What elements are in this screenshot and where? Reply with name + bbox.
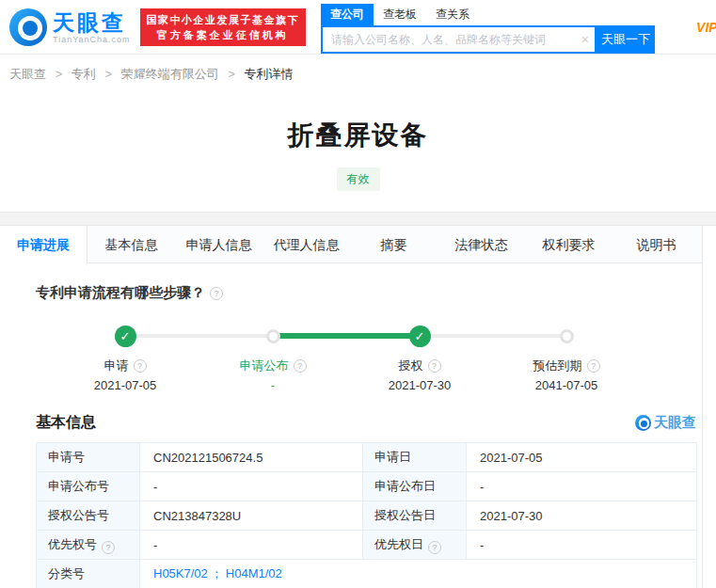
step-application: ✓ 申请 ? 2021-07-05 [59, 325, 191, 392]
tab-agent-info[interactable]: 代理人信息 [263, 226, 350, 262]
pending-dot-icon [560, 329, 574, 343]
breadcrumb-current: 专利详情 [245, 67, 294, 81]
field-value: - [467, 531, 697, 560]
basic-info-table: 申请号 CN202121506724.5 申请日 2021-07-05 申请公布… [36, 442, 697, 588]
progress-timeline: ✓ 申请 ? 2021-07-05 申请公布 ? - ✓ 授权 ? 2021-0… [36, 325, 666, 392]
field-label: 分类号 [37, 560, 140, 588]
field-label: 申请公布日 [363, 472, 467, 501]
classification-link[interactable]: H04M1/02 [226, 566, 282, 580]
table-row: 申请公布号 - 申请公布日 - [37, 472, 697, 501]
breadcrumb: 天眼查 > 专利 > 荣耀终端有限公司 > 专利详情 [0, 55, 716, 93]
detail-tab-bar: 申请进展 基本信息 申请人信息 代理人信息 摘要 法律状态 权利要求 说明书 [0, 226, 702, 263]
field-label: 申请公布号 [37, 472, 140, 501]
tab-application-progress[interactable]: 申请进展 [0, 226, 88, 264]
step-grant: ✓ 授权 ? 2021-07-30 [354, 325, 485, 392]
patent-title-block: 折叠屏设备 有效 [0, 93, 716, 212]
content-container: 申请进展 基本信息 申请人信息 代理人信息 摘要 法律状态 权利要求 说明书 专… [0, 226, 703, 588]
help-icon[interactable]: ? [102, 541, 115, 554]
check-icon: ✓ [115, 326, 136, 347]
field-value: 2021-07-05 [467, 443, 697, 472]
pending-dot-icon [266, 329, 280, 343]
tianyancha-logo[interactable]: 天眼查 TianYanCha.com [9, 8, 131, 46]
basic-info-section: 基本信息 天眼查 申请号 CN202121506724.5 申请日 2021-0… [0, 402, 702, 588]
help-icon[interactable]: ? [428, 541, 441, 554]
tab-legal-status[interactable]: 法律状态 [438, 226, 525, 262]
breadcrumb-patent[interactable]: 专利 [72, 67, 96, 81]
table-row: 分类号 H05K7/02；H04M1/02 [37, 560, 697, 588]
tianyancha-logo-icon [9, 8, 47, 46]
help-icon[interactable]: ? [428, 359, 441, 373]
help-icon[interactable]: ? [294, 359, 307, 373]
progress-heading: 专利申请流程有哪些步骤？ ? [36, 284, 666, 302]
search-tab-boss[interactable]: 查老板 [374, 4, 426, 25]
brand-name: 天眼查 [53, 10, 131, 35]
header-search: 查公司 查老板 查关系 × 天眼一下 [321, 1, 655, 54]
field-value: CN213847328U [140, 501, 363, 531]
search-button[interactable]: 天眼一下 [597, 25, 655, 54]
step-estimated-expiry: 预估到期 ? 2041-07-05 [501, 325, 632, 392]
tab-applicant-info[interactable]: 申请人信息 [175, 226, 263, 262]
field-value: CN202121506724.5 [140, 443, 363, 472]
table-row: 申请号 CN202121506724.5 申请日 2021-07-05 [37, 443, 697, 472]
status-badge: 有效 [337, 167, 380, 191]
search-type-tabs: 查公司 查老板 查关系 [321, 4, 655, 25]
search-tab-relation[interactable]: 查关系 [426, 4, 479, 25]
help-icon[interactable]: ? [587, 359, 600, 373]
field-value: - [467, 472, 697, 501]
tianyancha-watermark: 天眼查 [635, 414, 696, 432]
vip-member-link[interactable]: VIP 会员 ▼ [696, 19, 716, 36]
top-header: 天眼查 TianYanCha.com 国家中小企业发展子基金旗下 官方备案企业征… [0, 0, 716, 55]
field-label: 申请日 [363, 443, 467, 472]
field-label: 授权公告日 [363, 501, 467, 531]
field-value: - [140, 472, 363, 501]
section-gap [0, 212, 716, 226]
tab-claims[interactable]: 权利要求 [525, 226, 613, 262]
check-icon: ✓ [409, 326, 431, 347]
field-label: 申请号 [37, 443, 140, 472]
search-tab-company[interactable]: 查公司 [321, 4, 374, 25]
classification-link[interactable]: H05K7/02 [153, 566, 208, 580]
field-label: 优先权日? [363, 531, 467, 560]
field-value: - [140, 531, 363, 560]
clear-icon[interactable]: × [581, 32, 589, 47]
step-publication: 申请公布 ? - [207, 325, 339, 392]
gov-certification-badge: 国家中小企业发展子基金旗下 官方备案企业征信机构 [140, 8, 307, 46]
tab-abstract[interactable]: 摘要 [350, 226, 438, 262]
table-row: 优先权号? - 优先权日? - [37, 531, 697, 560]
table-row: 授权公告号 CN213847328U 授权公告日 2021-07-30 [37, 501, 697, 531]
tab-description[interactable]: 说明书 [613, 226, 700, 262]
breadcrumb-home[interactable]: 天眼查 [9, 67, 46, 81]
field-value: 2021-07-30 [467, 501, 697, 531]
help-icon[interactable]: ? [134, 359, 147, 373]
search-input[interactable] [321, 25, 597, 54]
breadcrumb-company[interactable]: 荣耀终端有限公司 [121, 67, 219, 81]
help-icon[interactable]: ? [210, 287, 223, 300]
classification-codes: H05K7/02；H04M1/02 [140, 560, 697, 588]
field-label: 优先权号? [37, 531, 140, 560]
application-progress-section: 专利申请流程有哪些步骤？ ? ✓ 申请 ? 2021-07-05 申请公布 ? … [0, 263, 702, 402]
basic-info-heading: 基本信息 [36, 413, 96, 433]
page-title: 折叠屏设备 [0, 118, 716, 153]
field-label: 授权公告号 [37, 501, 140, 531]
tab-basic-info[interactable]: 基本信息 [88, 226, 175, 262]
tianyancha-logo-icon [635, 415, 651, 431]
brand-domain: TianYanCha.com [53, 35, 131, 44]
